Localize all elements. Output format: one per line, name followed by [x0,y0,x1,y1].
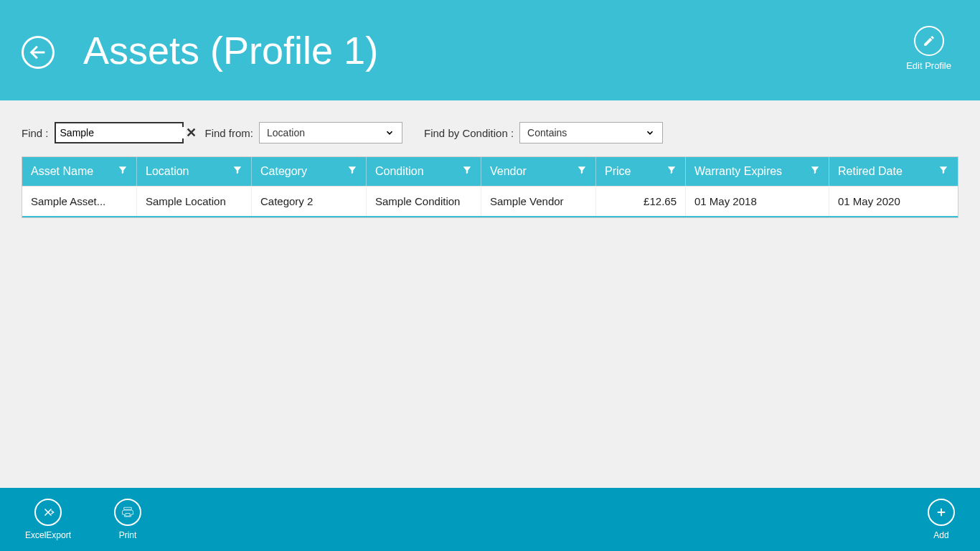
filter-icon[interactable] [118,165,128,178]
find-input-wrapper: ✕ [55,122,184,143]
add-button[interactable]: Add [928,499,955,540]
col-label: Price [605,165,631,178]
chevron-down-icon [645,128,655,138]
plus-icon [935,506,948,519]
col-label: Location [146,165,189,178]
add-label: Add [933,530,948,540]
assets-grid: Asset Name Location Category Condition V… [22,156,958,218]
edit-profile-label: Edit Profile [906,60,951,71]
table-row[interactable]: Sample Asset... Sample Location Category… [22,186,958,217]
find-cond-label: Find by Condition : [424,127,514,139]
col-warranty[interactable]: Warranty Expires [686,157,829,186]
chevron-down-icon [385,128,395,138]
filter-icon[interactable] [810,165,820,178]
cell-retired: 01 May 2020 [829,187,957,216]
cell-condition: Sample Condition [367,187,481,216]
filter-icon[interactable] [232,165,242,178]
filter-icon[interactable] [347,165,357,178]
cell-category: Category 2 [252,187,367,216]
find-input[interactable] [60,127,186,138]
excel-export-button[interactable]: ExcelExport [25,499,71,540]
app-header: Assets (Profile 1) Edit Profile [0,0,980,100]
cell-vendor: Sample Vendor [481,187,596,216]
print-icon [121,506,134,519]
print-button[interactable]: Print [114,499,141,540]
find-label: Find : [22,127,49,139]
col-price[interactable]: Price [596,157,686,186]
find-from-label: Find from: [205,127,254,139]
filter-icon[interactable] [938,165,948,178]
filter-icon[interactable] [666,165,677,178]
find-from-dropdown[interactable]: Location [259,122,402,143]
find-condition-dropdown[interactable]: Contains [519,122,663,143]
find-cond-value: Contains [527,127,567,138]
col-condition[interactable]: Condition [367,157,481,186]
print-label: Print [119,530,137,540]
filter-icon[interactable] [577,165,587,178]
pencil-icon [923,34,936,47]
col-location[interactable]: Location [137,157,252,186]
bottom-bar: ExcelExport Print Add [0,488,980,551]
grid-header: Asset Name Location Category Condition V… [22,157,958,186]
col-vendor[interactable]: Vendor [481,157,596,186]
filter-icon[interactable] [462,165,472,178]
col-retired[interactable]: Retired Date [829,157,957,186]
excel-export-label: ExcelExport [25,530,71,540]
col-label: Asset Name [31,165,93,178]
find-from-value: Location [267,127,305,138]
col-label: Vendor [490,165,527,178]
back-button[interactable] [22,36,55,69]
filter-bar: Find : ✕ Find from: Location Find by Con… [22,122,958,143]
arrow-left-icon [28,42,48,62]
col-label: Condition [375,165,424,178]
col-label: Category [260,165,307,178]
content-area: Find : ✕ Find from: Location Find by Con… [0,100,980,488]
col-label: Retired Date [838,165,903,178]
excel-icon [42,506,55,519]
col-category[interactable]: Category [252,157,367,186]
cell-warranty: 01 May 2018 [686,187,829,216]
col-label: Warranty Expires [694,165,782,178]
close-icon[interactable]: ✕ [186,125,197,141]
cell-location: Sample Location [137,187,252,216]
cell-asset-name: Sample Asset... [22,187,137,216]
cell-price: £12.65 [596,187,686,216]
page-title: Assets (Profile 1) [83,28,378,72]
edit-profile-button[interactable]: Edit Profile [906,26,951,71]
col-asset-name[interactable]: Asset Name [22,157,137,186]
